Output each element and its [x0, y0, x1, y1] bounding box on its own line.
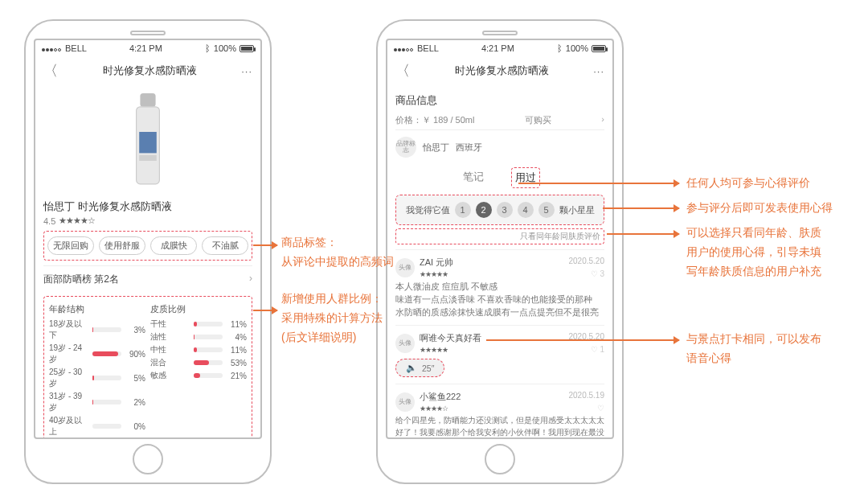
more-button[interactable]: ···	[241, 65, 252, 77]
signal-icon	[42, 43, 62, 53]
avatar: 头像	[395, 258, 415, 277]
svg-rect-3	[139, 155, 157, 161]
brand-name: 怡思丁	[423, 142, 449, 154]
phone-left: BELL 4:21 PM ᛒ 100% 〈 时光修复水感防晒液 ···	[24, 19, 272, 484]
battery-pct: 100%	[214, 43, 236, 53]
chevron-right-icon: ›	[601, 114, 604, 126]
review-stars: ★★★★☆	[420, 404, 448, 413]
voice-duration: 25″	[422, 363, 434, 373]
rating-stars: ★★★★☆	[59, 216, 95, 226]
anno-b3: 可以选择只看同年龄、肤质用户的使用心得，引导未填写年龄肤质信息的用户补充	[686, 224, 821, 281]
rating-value: 4.5	[43, 216, 55, 226]
home-button[interactable]	[133, 444, 163, 474]
review-item: 头像 小鲨鱼222 ★★★★☆ 2020.5.19 ♡ 给个四星先，防晒能力还没…	[395, 384, 604, 437]
bluetooth-icon: ᛒ	[557, 43, 563, 53]
tag[interactable]: 无限回购	[47, 236, 94, 255]
status-bar: BELL 4:21 PM ᛒ 100%	[387, 40, 612, 56]
rate-4[interactable]: 4	[518, 202, 534, 218]
tabs: 笔记 用过	[395, 167, 604, 188]
status-bar: BELL 4:21 PM ᛒ 100%	[35, 40, 260, 56]
home-button[interactable]	[485, 444, 515, 474]
rate-3[interactable]: 3	[497, 202, 513, 218]
brand-logo: 品牌标志	[395, 137, 416, 158]
avatar: 头像	[395, 392, 415, 412]
avatar: 头像	[395, 334, 415, 353]
review-date: 2020.5.19	[569, 391, 605, 400]
arrow	[253, 244, 277, 246]
skin-header: 皮质比例	[150, 303, 247, 315]
rate-right: 颗小星星	[559, 204, 595, 216]
anno-b4: 与景点打卡相同，可以发布语音心得	[686, 330, 821, 368]
arrow	[486, 339, 679, 341]
rate-1[interactable]: 1	[455, 202, 471, 218]
arrow	[603, 207, 679, 209]
username: 啊谁今天真好看	[420, 333, 481, 343]
brand-country: 西班牙	[456, 142, 482, 154]
username: ZAI 元帅	[420, 257, 453, 267]
anno-tags: 商品标签：从评论中提取的高频词	[281, 233, 394, 272]
can-buy[interactable]: 可购买	[525, 114, 551, 126]
chevron-right-icon: ›	[249, 273, 252, 286]
battery-icon	[592, 45, 606, 52]
arrow	[607, 233, 679, 235]
review-date: 2020.5.20	[569, 257, 605, 265]
page-title: 时光修复水感防晒液	[103, 64, 197, 78]
tag[interactable]: 不油腻	[202, 236, 248, 255]
tag[interactable]: 使用舒服	[99, 236, 145, 255]
tab-notes[interactable]: 笔记	[460, 167, 487, 188]
review-stars: ★★★★★	[420, 270, 448, 278]
like-button[interactable]: ♡ 1	[591, 345, 604, 354]
like-button[interactable]: ♡ 3	[591, 269, 604, 278]
review-body: 给个四星先，防晒能力还没测试，但是使用感受太太太太太好了！我要感谢那个给我安利的…	[395, 415, 604, 437]
filter-same-demo[interactable]: 只看同年龄同肤质评价	[395, 228, 604, 244]
tab-used[interactable]: 用过	[511, 167, 540, 188]
username: 小鲨鱼222	[420, 392, 461, 401]
screen-right: BELL 4:21 PM ᛒ 100% 〈 时光修复水感防晒液 ··· 商品信息…	[386, 39, 614, 439]
carrier: BELL	[417, 43, 439, 53]
tag[interactable]: 成膜快	[150, 236, 197, 255]
back-button[interactable]: 〈	[43, 61, 58, 80]
signal-icon	[394, 43, 414, 53]
navbar: 〈 时光修复水感防晒液 ···	[387, 56, 612, 87]
rank-text: 面部防晒榜 第2名	[43, 273, 119, 286]
anno-b2: 参与评分后即可发表使用心得	[686, 199, 833, 218]
review-body: 本人微油皮 痘痘肌 不敏感 味道有一点点淡香味 不喜欢香味的也能接受的那种 水防…	[395, 281, 604, 318]
rate-2[interactable]: 2	[476, 202, 492, 218]
back-button[interactable]: 〈	[395, 61, 410, 80]
clock: 4:21 PM	[481, 43, 514, 53]
product-name: 怡思丁 时光修复水感防晒液	[43, 199, 252, 214]
anno-demo: 新增使用人群比例：采用特殊的计算方法(后文详细说明)	[281, 290, 383, 347]
product-image	[125, 93, 171, 190]
info-header: 商品信息	[395, 93, 604, 108]
rate-5[interactable]: 5	[538, 202, 555, 218]
demographics-box: 年龄结构 18岁及以下3% 19岁 - 24岁90% 25岁 - 30岁5% 3…	[43, 296, 252, 437]
battery-pct: 100%	[566, 43, 588, 53]
speaker-icon	[406, 363, 417, 373]
price: 价格：￥ 189 / 50ml	[395, 114, 474, 126]
speaker	[482, 31, 518, 35]
bluetooth-icon: ᛒ	[205, 43, 211, 53]
screen-left: BELL 4:21 PM ᛒ 100% 〈 时光修复水感防晒液 ···	[34, 39, 262, 439]
rank-row[interactable]: 面部防晒榜 第2名 ›	[43, 265, 252, 293]
arrow	[518, 183, 679, 184]
battery-icon	[240, 45, 254, 52]
rate-left: 我觉得它值	[406, 204, 450, 216]
speaker	[130, 31, 166, 35]
more-button[interactable]: ···	[593, 65, 604, 77]
anno-b1: 任何人均可参与心得评价	[686, 174, 810, 193]
svg-rect-0	[140, 93, 155, 107]
review-stars: ★★★★★	[420, 346, 448, 354]
like-button[interactable]: ♡	[597, 404, 604, 413]
clock: 4:21 PM	[129, 43, 162, 53]
carrier: BELL	[65, 43, 87, 53]
brand-row[interactable]: 品牌标志 怡思丁 西班牙	[395, 129, 604, 164]
navbar: 〈 时光修复水感防晒液 ···	[35, 56, 260, 87]
page-title: 时光修复水感防晒液	[455, 64, 549, 78]
svg-rect-2	[139, 132, 157, 153]
phone-right: BELL 4:21 PM ᛒ 100% 〈 时光修复水感防晒液 ··· 商品信息…	[376, 19, 624, 484]
review-item: 头像 ZAI 元帅 ★★★★★ 2020.5.20 ♡ 3 本人微油皮 痘痘肌 …	[395, 249, 604, 325]
tags-box: 无限回购 使用舒服 成膜快 不油腻	[43, 231, 252, 261]
arrow	[253, 310, 277, 311]
voice-message[interactable]: 25″	[395, 359, 444, 377]
rating-input[interactable]: 我觉得它值 1 2 3 4 5 颗小星星	[395, 195, 604, 225]
